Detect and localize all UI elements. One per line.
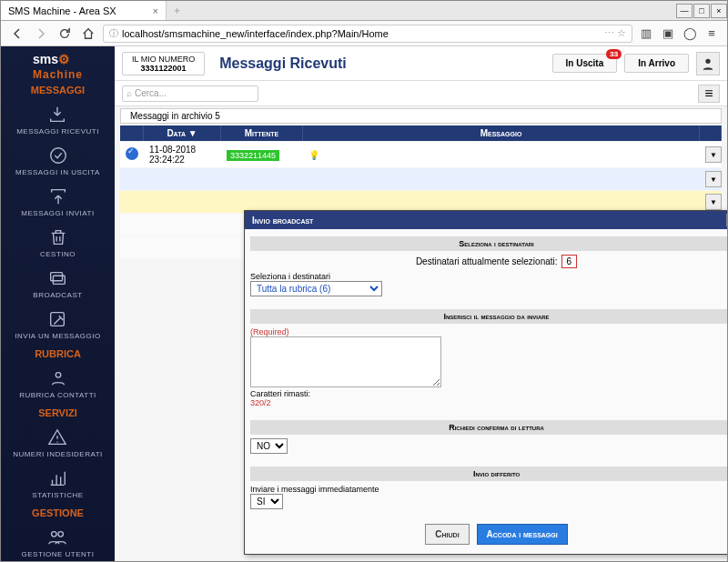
page-title: Messaggi Ricevuti (219, 55, 544, 72)
window-titlebar: SMS Machine - Area SX × ＋ — □ × (1, 1, 727, 21)
search-row: ⌕ Cerca... ≡ (115, 81, 727, 106)
nav-rubrica-contatti[interactable]: Rubrica contatti (19, 363, 96, 404)
read-confirm-select[interactable]: NO (250, 438, 288, 454)
hamburger-button[interactable]: ≡ (698, 85, 720, 103)
search-input[interactable]: ⌕ Cerca... (122, 85, 258, 102)
close-tab-icon[interactable]: × (153, 5, 158, 16)
svg-rect-1 (51, 273, 63, 281)
row-action-button[interactable]: ▼ (705, 194, 722, 210)
row-action-button[interactable]: ▼ (705, 146, 722, 163)
svg-rect-2 (54, 276, 66, 284)
app-logo: sms⚙Machine (33, 52, 83, 81)
section-deferred: Invio differito (250, 467, 727, 481)
table-row[interactable]: 11-08-2018 23:24:22 3332211445 💡 ▼ (120, 142, 722, 167)
recipients-select[interactable]: Tutta la rubrica (6) (250, 281, 382, 296)
row-action-button[interactable]: ▼ (705, 171, 722, 187)
nav-gestione-utenti[interactable]: Gestione Utenti (22, 522, 95, 561)
library-icon[interactable]: ▥ (638, 25, 654, 42)
section-select-recipients: Seleziona i destinatari (250, 236, 727, 251)
broadcast-modal: Invio broadcast x Seleziona i destinatar… (244, 210, 727, 555)
section-gestione: GESTIONE (32, 507, 84, 518)
modal-close-btn[interactable]: Chiudi (425, 524, 469, 545)
svg-point-5 (52, 532, 57, 537)
svg-point-0 (50, 148, 66, 164)
col-sender[interactable]: Mittente (221, 125, 303, 141)
section-rubrica: RUBRICA (35, 348, 81, 359)
section-messaggi: MESSAGGI (31, 85, 85, 95)
compose-icon (46, 308, 68, 330)
my-number-box: IL MIO NUMERO 3331122001 (122, 52, 205, 75)
trash-icon (47, 226, 69, 248)
section-insert-message: Inserisci il messaggio da inviare (250, 309, 727, 324)
sidebar-icon[interactable]: ▣ (660, 25, 676, 42)
broadcast-icon (46, 267, 68, 289)
nav-numeri-indesiderati[interactable]: Numeri indesiderati (13, 422, 103, 463)
inbox-down-icon (46, 104, 68, 125)
nav-messaggi-inviati[interactable]: Messaggi Inviati (21, 181, 94, 222)
nav-invia-messaggio[interactable]: Invia un Messaggio (15, 304, 100, 345)
uscita-count-badge: 33 (606, 49, 622, 59)
warning-icon (46, 427, 68, 448)
user-menu-button[interactable] (696, 52, 720, 75)
message-textarea[interactable] (250, 336, 441, 387)
stats-icon (46, 467, 68, 489)
col-date[interactable]: Data ▼ (144, 125, 221, 141)
menu-icon[interactable]: ≡ (703, 25, 720, 42)
svg-point-4 (56, 373, 61, 378)
url-text: localhost/smsmachine_new/interface/index… (122, 28, 389, 39)
main-area: IL MIO NUMERO 3331122001 Messaggi Ricevu… (115, 46, 727, 561)
app-sidebar: sms⚙Machine MESSAGGI Messaggi Ricevuti M… (1, 46, 115, 561)
nav-messaggi-ricevuti[interactable]: Messaggi Ricevuti (16, 99, 99, 140)
search-icon: ⌕ (126, 88, 132, 98)
minimize-window-button[interactable]: — (676, 4, 693, 18)
row-check-icon[interactable] (126, 147, 138, 160)
in-uscita-button[interactable]: In Uscita 33 (552, 54, 618, 73)
svg-point-6 (58, 532, 64, 537)
users-icon (46, 527, 68, 548)
maximize-window-button[interactable]: □ (693, 4, 710, 18)
close-window-button[interactable]: × (711, 4, 727, 18)
section-servizi: SERVIZI (38, 407, 77, 418)
in-arrivo-button[interactable]: In Arrivo (624, 54, 689, 73)
svg-point-8 (705, 58, 710, 63)
modal-queue-btn[interactable]: Accoda i messaggi (477, 524, 568, 545)
forward-button[interactable] (32, 25, 50, 43)
required-label: (Required) (250, 327, 727, 336)
account-icon[interactable]: ◯ (682, 25, 698, 42)
url-bar[interactable]: ⓘ localhost/smsmachine_new/interface/ind… (103, 25, 632, 43)
browser-toolbar: ⓘ localhost/smsmachine_new/interface/ind… (1, 21, 727, 46)
tab-title: SMS Machine - Area SX (8, 5, 116, 16)
nav-cestino[interactable]: Cestino (40, 222, 76, 263)
outbox-icon (47, 145, 69, 166)
nav-messaggi-uscita[interactable]: Messaggi in Uscita (15, 140, 100, 181)
topbar: IL MIO NUMERO 3331122001 Messaggi Ricevu… (115, 46, 727, 81)
modal-header: Invio broadcast x (245, 211, 727, 229)
col-message[interactable]: Messaggio (303, 125, 700, 141)
reload-button[interactable] (56, 25, 74, 43)
sender-badge: 3332211445 (227, 150, 279, 161)
table-header: Data ▼ Mittente Messaggio (120, 125, 722, 141)
section-read-confirm: Richiedi conferma di lettura (250, 420, 727, 435)
browser-tab[interactable]: SMS Machine - Area SX × (1, 1, 167, 20)
msg-bulb-icon: 💡 (308, 150, 319, 160)
back-button[interactable] (8, 25, 26, 43)
nav-statistiche[interactable]: Statistiche (32, 463, 83, 504)
new-tab-button[interactable]: ＋ (167, 4, 187, 17)
contacts-icon (47, 367, 69, 389)
sent-up-icon (47, 186, 69, 207)
recipients-count: 6 (561, 255, 578, 268)
home-button[interactable] (79, 25, 97, 43)
table-row[interactable]: ▼ (120, 168, 722, 190)
nav-broadcast[interactable]: Broadcast (33, 263, 82, 304)
archive-count: Messaggi in archivio 5 (120, 108, 722, 124)
info-icon: ⓘ (109, 27, 118, 40)
modal-close-button[interactable]: x (726, 214, 727, 226)
chars-remaining: 320/2 (250, 398, 727, 407)
deferred-select[interactable]: SI (250, 494, 283, 509)
